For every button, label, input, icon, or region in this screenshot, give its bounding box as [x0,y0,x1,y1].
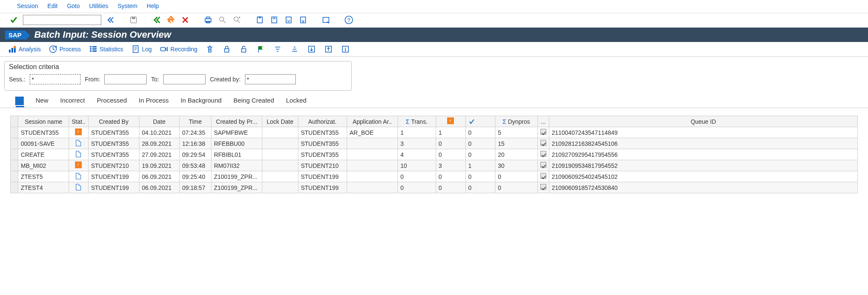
col-error[interactable] [436,116,465,127]
tab-in-process[interactable]: In Process [139,97,169,105]
col-ok[interactable] [465,116,495,127]
col-status[interactable]: Stat.. [69,116,89,127]
col-date[interactable]: Date [139,116,179,127]
sort-asc-icon[interactable] [273,45,282,54]
cell-status [69,127,89,138]
svg-rect-27 [161,47,165,51]
back-icon[interactable] [151,15,161,25]
col-session-name[interactable]: Session name [18,116,69,127]
flag-icon[interactable] [256,45,265,54]
status-new-icon [76,140,81,146]
col-authorizat[interactable]: Authorizat. [298,116,347,127]
sess-input[interactable] [30,74,81,84]
tab-processed[interactable]: Processed [97,97,127,105]
menu-session[interactable]: Session [17,3,38,9]
col-created-by[interactable]: Created By [88,116,139,127]
cell-err: 3 [436,160,465,171]
cell-date: 28.09.2021 [139,138,179,149]
table-row[interactable]: ZTEST4STUDENT19906.09.202109:18:57Z10019… [11,182,858,193]
table-row[interactable]: ZTEST5STUDENT19906.09.202109:25:40Z10019… [11,171,858,182]
col-time[interactable]: Time [179,116,211,127]
analysis-button[interactable]: Analysis [8,45,41,54]
menu-system[interactable]: System [117,3,137,9]
find-icon[interactable] [217,15,228,25]
delete-icon[interactable] [205,45,214,54]
row-selector[interactable] [11,149,18,160]
row-selector[interactable] [11,160,18,171]
unlock-icon[interactable] [239,45,248,54]
system-toolbar: ? [0,13,868,28]
command-field[interactable] [23,15,101,25]
col-queue-id[interactable]: Queue ID [549,116,857,127]
cell-trans: 0 [398,171,436,182]
col-created-by-prog[interactable]: Created by Pr... [211,116,262,127]
cell-ok: 0 [465,149,495,160]
sort-desc-icon[interactable] [290,45,299,54]
tab-overview-icon[interactable] [15,97,24,105]
application-toolbar: Analysis Process Statistics Log Recordin… [0,42,868,57]
cell-area [347,171,398,182]
cancel-icon[interactable] [180,15,190,25]
row-selector[interactable] [11,182,18,193]
cell-auth: STUDENT355 [298,138,347,149]
menu-goto[interactable]: Goto [67,3,80,9]
info-icon[interactable]: i [341,45,350,54]
col-select[interactable] [11,116,18,127]
cell-ok: 0 [465,138,495,149]
first-page-icon[interactable] [255,15,265,25]
page-title: Batch Input: Session Overview [34,29,171,40]
title-bar: SAP Batch Input: Session Overview [0,28,868,42]
collapse-icon[interactable] [106,15,116,25]
print-icon[interactable] [203,15,213,25]
col-app-area[interactable]: Application Ar.. [347,116,398,127]
col-trans[interactable]: Σ Trans. [398,116,436,127]
import-icon[interactable] [324,45,333,54]
row-selector[interactable] [11,171,18,182]
cell-dyn: 15 [495,138,537,149]
last-page-icon[interactable] [298,15,308,25]
cell-check [537,138,549,149]
row-selector[interactable] [11,127,18,138]
cell-prog: Z100199_ZPR... [211,171,262,182]
table-row[interactable]: CREATESTUDENT35527.09.202109:29:54RFBIBL… [11,149,858,160]
tab-in-background[interactable]: In Background [181,97,222,105]
enter-icon[interactable] [8,15,19,25]
menu-help[interactable]: Help [147,3,159,9]
help-icon[interactable]: ? [344,15,354,25]
statistics-button[interactable]: Statistics [89,45,123,54]
menu-utilities[interactable]: Utilities [89,3,108,9]
tab-being-created[interactable]: Being Created [234,97,274,105]
svg-rect-3 [206,17,210,19]
col-dynpros[interactable]: Σ Dynpros [495,116,537,127]
col-lock-date[interactable]: Lock Date [262,116,298,127]
cell-status [69,182,89,193]
createdby-input[interactable] [245,74,296,84]
tab-incorrect[interactable]: Incorrect [60,97,85,105]
from-input[interactable] [104,74,147,84]
lock-icon[interactable] [222,45,231,54]
col-dots[interactable]: ... [537,116,549,127]
to-input[interactable] [163,74,206,84]
exit-icon[interactable] [166,15,176,25]
cell-ok: 0 [465,171,495,182]
log-button[interactable]: Log [131,45,152,54]
svg-point-5 [220,17,224,21]
cell-created-by: STUDENT199 [88,171,139,182]
prev-page-icon[interactable] [269,15,279,25]
export-icon[interactable] [307,45,316,54]
table-row[interactable]: STUDENT355STUDENT35504.10.202107:24:35SA… [11,127,858,138]
from-label: From: [85,76,100,83]
tab-locked[interactable]: Locked [286,97,306,105]
status-new-icon [76,173,81,179]
process-button[interactable]: Process [48,45,81,54]
new-session-icon[interactable] [321,15,331,25]
save-icon[interactable] [128,15,139,25]
find-next-icon[interactable] [232,15,242,25]
menu-edit[interactable]: Edit [47,3,58,9]
tab-new[interactable]: New [36,97,48,105]
next-page-icon[interactable] [284,15,294,25]
row-selector[interactable] [11,138,18,149]
recording-button[interactable]: Recording [159,45,198,54]
table-row[interactable]: MB_MI02STUDENT21019.09.202109:53:48RM07I… [11,160,858,171]
table-row[interactable]: 00091-SAVESTUDENT35528.09.202112:16:38RF… [11,138,858,149]
